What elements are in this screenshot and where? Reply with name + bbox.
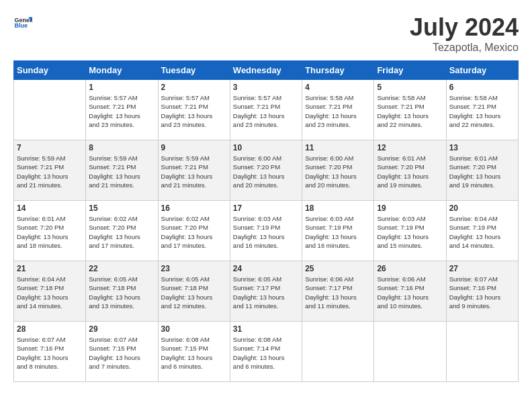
day-info: Sunrise: 6:07 AMSunset: 7:16 PMDaylight:… [17, 335, 83, 371]
calendar-cell [374, 322, 446, 382]
day-number: 29 [89, 324, 154, 334]
day-info: Sunrise: 5:57 AMSunset: 7:21 PMDaylight:… [161, 93, 227, 129]
calendar-cell: 8Sunrise: 5:59 AMSunset: 7:21 PMDaylight… [86, 140, 158, 201]
calendar-cell [302, 322, 374, 382]
calendar-cell: 21Sunrise: 6:04 AMSunset: 7:18 PMDayligh… [14, 261, 86, 322]
calendar-cell: 15Sunrise: 6:02 AMSunset: 7:20 PMDayligh… [86, 201, 158, 261]
calendar-week-row: 14Sunrise: 6:01 AMSunset: 7:20 PMDayligh… [14, 201, 519, 261]
day-number: 28 [17, 324, 83, 334]
day-info: Sunrise: 6:05 AMSunset: 7:18 PMDaylight:… [89, 275, 154, 310]
calendar-cell [14, 80, 86, 140]
day-info: Sunrise: 6:03 AMSunset: 7:19 PMDaylight:… [233, 214, 299, 250]
day-number: 3 [233, 83, 299, 92]
day-number: 9 [161, 143, 227, 152]
day-info: Sunrise: 6:03 AMSunset: 7:19 PMDaylight:… [377, 214, 443, 250]
day-number: 22 [89, 264, 154, 273]
calendar-cell: 9Sunrise: 5:59 AMSunset: 7:21 PMDaylight… [158, 140, 230, 201]
calendar-week-row: 1Sunrise: 5:57 AMSunset: 7:21 PMDaylight… [14, 80, 519, 140]
calendar-cell: 24Sunrise: 6:05 AMSunset: 7:17 PMDayligh… [230, 261, 302, 322]
day-info: Sunrise: 5:58 AMSunset: 7:21 PMDaylight:… [305, 93, 371, 129]
weekday-header-saturday: Saturday [446, 61, 518, 80]
day-info: Sunrise: 6:00 AMSunset: 7:20 PMDaylight:… [305, 154, 371, 189]
day-number: 19 [377, 203, 443, 213]
calendar-cell: 12Sunrise: 6:01 AMSunset: 7:20 PMDayligh… [374, 140, 446, 201]
day-info: Sunrise: 6:01 AMSunset: 7:20 PMDaylight:… [449, 154, 515, 189]
day-number: 18 [305, 203, 371, 213]
calendar-week-row: 7Sunrise: 5:59 AMSunset: 7:21 PMDaylight… [14, 140, 519, 201]
day-info: Sunrise: 6:06 AMSunset: 7:17 PMDaylight:… [305, 275, 371, 310]
day-number: 20 [449, 203, 515, 213]
day-info: Sunrise: 6:01 AMSunset: 7:20 PMDaylight:… [377, 154, 443, 189]
day-number: 25 [305, 264, 371, 273]
day-number: 6 [449, 83, 515, 92]
day-info: Sunrise: 6:05 AMSunset: 7:18 PMDaylight:… [161, 275, 227, 310]
day-info: Sunrise: 6:06 AMSunset: 7:16 PMDaylight:… [377, 275, 443, 310]
month-title: July 2024 [410, 13, 519, 42]
day-number: 30 [161, 324, 227, 334]
calendar-cell: 27Sunrise: 6:07 AMSunset: 7:16 PMDayligh… [446, 261, 518, 322]
weekday-header-tuesday: Tuesday [158, 61, 230, 80]
calendar-cell: 19Sunrise: 6:03 AMSunset: 7:19 PMDayligh… [374, 201, 446, 261]
day-number: 17 [233, 203, 299, 213]
day-info: Sunrise: 6:03 AMSunset: 7:19 PMDaylight:… [305, 214, 371, 250]
day-info: Sunrise: 5:59 AMSunset: 7:21 PMDaylight:… [17, 154, 83, 189]
logo-icon: General Blue [13, 13, 32, 32]
calendar-cell: 4Sunrise: 5:58 AMSunset: 7:21 PMDaylight… [302, 80, 374, 140]
calendar-cell: 31Sunrise: 6:08 AMSunset: 7:14 PMDayligh… [230, 322, 302, 382]
day-number: 23 [161, 264, 227, 273]
calendar-cell: 1Sunrise: 5:57 AMSunset: 7:21 PMDaylight… [86, 80, 158, 140]
day-number: 1 [89, 83, 154, 92]
day-number: 15 [89, 203, 154, 213]
day-number: 16 [161, 203, 227, 213]
calendar-cell: 3Sunrise: 5:57 AMSunset: 7:21 PMDaylight… [230, 80, 302, 140]
calendar-cell: 7Sunrise: 5:59 AMSunset: 7:21 PMDaylight… [14, 140, 86, 201]
calendar-cell: 25Sunrise: 6:06 AMSunset: 7:17 PMDayligh… [302, 261, 374, 322]
day-info: Sunrise: 6:07 AMSunset: 7:15 PMDaylight:… [89, 335, 154, 371]
logo: General Blue [13, 13, 32, 32]
day-info: Sunrise: 5:57 AMSunset: 7:21 PMDaylight:… [89, 93, 154, 129]
calendar-cell: 16Sunrise: 6:02 AMSunset: 7:20 PMDayligh… [158, 201, 230, 261]
calendar-cell: 6Sunrise: 5:58 AMSunset: 7:21 PMDaylight… [446, 80, 518, 140]
day-number: 2 [161, 83, 227, 92]
weekday-header-row: SundayMondayTuesdayWednesdayThursdayFrid… [14, 61, 519, 80]
calendar-cell [446, 322, 518, 382]
calendar-week-row: 21Sunrise: 6:04 AMSunset: 7:18 PMDayligh… [14, 261, 519, 322]
day-number: 27 [449, 264, 515, 273]
day-info: Sunrise: 5:57 AMSunset: 7:21 PMDaylight:… [233, 93, 299, 129]
day-number: 12 [377, 143, 443, 152]
day-info: Sunrise: 5:59 AMSunset: 7:21 PMDaylight:… [89, 154, 154, 189]
calendar-table: SundayMondayTuesdayWednesdayThursdayFrid… [13, 60, 519, 382]
day-number: 4 [305, 83, 371, 92]
day-number: 24 [233, 264, 299, 273]
calendar-cell: 26Sunrise: 6:06 AMSunset: 7:16 PMDayligh… [374, 261, 446, 322]
calendar-cell: 5Sunrise: 5:58 AMSunset: 7:21 PMDaylight… [374, 80, 446, 140]
weekday-header-friday: Friday [374, 61, 446, 80]
day-info: Sunrise: 6:05 AMSunset: 7:17 PMDaylight:… [233, 275, 299, 310]
header: General Blue July 2024 Tezapotla, Mexico [13, 13, 519, 54]
day-number: 21 [17, 264, 83, 273]
day-info: Sunrise: 6:01 AMSunset: 7:20 PMDaylight:… [17, 214, 83, 250]
calendar-cell: 11Sunrise: 6:00 AMSunset: 7:20 PMDayligh… [302, 140, 374, 201]
calendar-cell: 30Sunrise: 6:08 AMSunset: 7:15 PMDayligh… [158, 322, 230, 382]
day-number: 5 [377, 83, 443, 92]
day-number: 14 [17, 203, 83, 213]
weekday-header-wednesday: Wednesday [230, 61, 302, 80]
day-info: Sunrise: 5:58 AMSunset: 7:21 PMDaylight:… [377, 93, 443, 129]
calendar-cell: 23Sunrise: 6:05 AMSunset: 7:18 PMDayligh… [158, 261, 230, 322]
calendar-week-row: 28Sunrise: 6:07 AMSunset: 7:16 PMDayligh… [14, 322, 519, 382]
calendar-cell: 17Sunrise: 6:03 AMSunset: 7:19 PMDayligh… [230, 201, 302, 261]
day-info: Sunrise: 5:59 AMSunset: 7:21 PMDaylight:… [161, 154, 227, 189]
day-number: 10 [233, 143, 299, 152]
day-info: Sunrise: 6:04 AMSunset: 7:19 PMDaylight:… [449, 214, 515, 250]
day-info: Sunrise: 6:02 AMSunset: 7:20 PMDaylight:… [161, 214, 227, 250]
day-info: Sunrise: 6:04 AMSunset: 7:18 PMDaylight:… [17, 275, 83, 310]
calendar-cell: 10Sunrise: 6:00 AMSunset: 7:20 PMDayligh… [230, 140, 302, 201]
calendar-cell: 13Sunrise: 6:01 AMSunset: 7:20 PMDayligh… [446, 140, 518, 201]
day-number: 7 [17, 143, 83, 152]
weekday-header-thursday: Thursday [302, 61, 374, 80]
calendar-cell: 22Sunrise: 6:05 AMSunset: 7:18 PMDayligh… [86, 261, 158, 322]
day-number: 11 [305, 143, 371, 152]
title-area: July 2024 Tezapotla, Mexico [410, 13, 519, 54]
day-number: 8 [89, 143, 154, 152]
calendar-cell: 29Sunrise: 6:07 AMSunset: 7:15 PMDayligh… [86, 322, 158, 382]
